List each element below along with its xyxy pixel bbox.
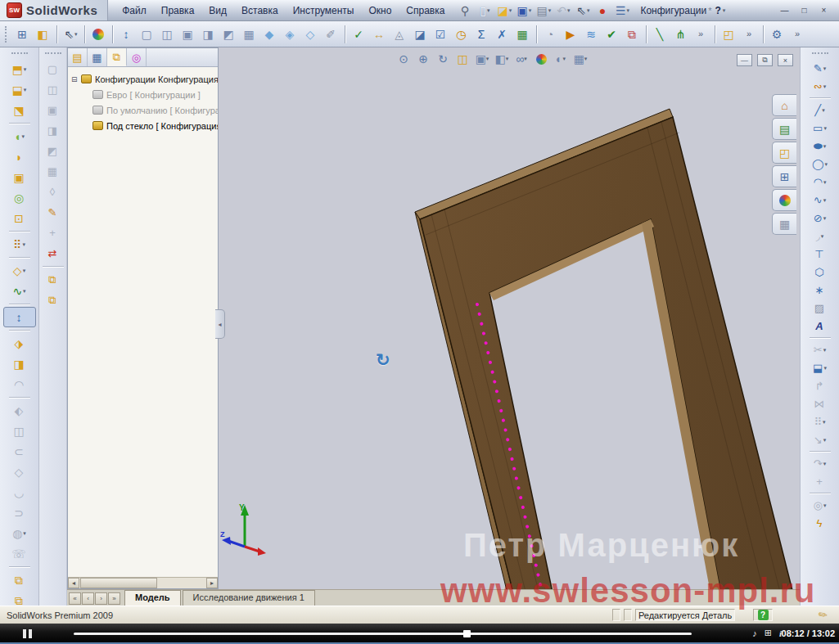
- update-icon[interactable]: ⇄: [42, 243, 65, 263]
- hide-show-items-icon[interactable]: ∞▾: [512, 51, 531, 67]
- parting-line-icon[interactable]: ⬖: [3, 400, 36, 421]
- undo-icon[interactable]: ↶▾: [553, 2, 573, 19]
- screwdriver-icon[interactable]: ✐: [321, 25, 341, 44]
- edit-appearance-icon[interactable]: [531, 51, 551, 67]
- view-settings-icon[interactable]: ▦▾: [571, 51, 590, 67]
- tools-icon[interactable]: ⚙: [767, 25, 787, 44]
- mass-properties-icon[interactable]: ◬: [390, 25, 410, 44]
- search-icon[interactable]: ⚲: [455, 2, 475, 19]
- view-shadow-icon[interactable]: ◇: [300, 25, 321, 44]
- revolved-boss-icon[interactable]: ⬓▾: [3, 79, 36, 100]
- menu-edit[interactable]: Правка: [154, 2, 202, 19]
- render-ball-icon[interactable]: [88, 25, 109, 44]
- move-entities-icon[interactable]: ↘▾: [804, 430, 837, 448]
- close-button[interactable]: ×: [817, 4, 831, 16]
- task-scheduler-icon[interactable]: ✔: [602, 25, 622, 44]
- view-trimetric-icon[interactable]: ▦: [239, 25, 259, 44]
- shut-off-surface-icon[interactable]: ⊂: [3, 441, 36, 462]
- draft-analysis-icon[interactable]: ◠: [3, 374, 36, 394]
- point-icon[interactable]: ∗: [804, 281, 837, 299]
- file-explorer-icon[interactable]: ◰: [772, 142, 796, 164]
- section-properties-icon[interactable]: ◪: [410, 25, 431, 44]
- view-shaded-edges-icon[interactable]: ◆: [259, 25, 280, 44]
- rectangle-icon[interactable]: ▭▾: [804, 119, 837, 137]
- display-hidden-visible-icon[interactable]: ◫: [42, 79, 65, 100]
- help-dropdown-arrow[interactable]: ▾: [723, 7, 726, 14]
- display-shaded-icon[interactable]: ◩: [42, 141, 65, 161]
- trim-entities-icon[interactable]: ✂▾: [804, 340, 837, 358]
- circle-icon[interactable]: ◯▾: [804, 155, 837, 173]
- menu-tools[interactable]: Инструменты: [286, 2, 362, 19]
- scheme-icon[interactable]: ⧉: [42, 290, 65, 310]
- menu-file[interactable]: Файл: [115, 2, 154, 19]
- reference-axis-icon[interactable]: ╲: [650, 25, 670, 44]
- config-glass-row[interactable]: Под стекло [ Конфигурация ]: [71, 118, 218, 133]
- rotate-view-icon[interactable]: ↻: [433, 51, 453, 67]
- swept-boss-icon[interactable]: ⬔: [3, 100, 36, 120]
- tooling-split-icon[interactable]: ◇: [3, 462, 36, 482]
- display-wireframe-icon[interactable]: ▢: [42, 59, 65, 79]
- panel-horizontal-scrollbar[interactable]: ◂ ▸: [68, 577, 218, 588]
- configurations-tab[interactable]: ⧉: [107, 48, 127, 66]
- arc-icon[interactable]: ◠▾: [804, 173, 837, 191]
- menu-view[interactable]: Вид: [201, 2, 234, 19]
- new-document-icon[interactable]: ▯▾: [475, 2, 494, 19]
- measure-icon[interactable]: ↔: [369, 25, 390, 44]
- first-tab-button[interactable]: «: [69, 592, 81, 605]
- core-icon[interactable]: ◡: [3, 482, 36, 502]
- features-tab[interactable]: ▤: [68, 48, 88, 66]
- viewport-restore-button[interactable]: ⧉: [757, 54, 773, 66]
- spline-icon[interactable]: ∿▾: [804, 191, 837, 209]
- section-view-icon[interactable]: ◫: [453, 51, 472, 67]
- display-manager-tab[interactable]: ◎: [127, 48, 147, 66]
- add-relation-icon[interactable]: +: [804, 472, 837, 490]
- linear-pattern-icon[interactable]: ⠿▾: [3, 234, 36, 254]
- freeform-icon[interactable]: ◨: [3, 354, 36, 374]
- quick-tips-button[interactable]: ?: [753, 609, 773, 621]
- player-progress-handle[interactable]: [463, 630, 471, 637]
- sketch-fillet-icon[interactable]: ◞▾: [804, 227, 837, 245]
- instant3d-button[interactable]: ↕: [3, 307, 36, 327]
- coordinate-system-icon[interactable]: ⋔: [670, 25, 691, 44]
- viewport-minimize-button[interactable]: —: [737, 54, 752, 66]
- select-arrow-icon[interactable]: ⇖▾: [61, 25, 81, 44]
- help-button[interactable]: ?: [715, 5, 720, 16]
- quick-snaps-icon[interactable]: ϟ: [804, 514, 837, 532]
- display-style-icon[interactable]: ◧▾: [492, 51, 512, 67]
- mold-tools-icon[interactable]: ☏: [3, 543, 36, 564]
- tag-icon[interactable]: ✎: [816, 607, 831, 623]
- print-icon[interactable]: ▤▾: [534, 2, 553, 19]
- motion-study-tab[interactable]: Исследование движения 1: [183, 590, 315, 606]
- motion-manager-icon[interactable]: ▶: [561, 25, 581, 44]
- hole-wizard-icon[interactable]: ⊡: [3, 208, 36, 228]
- tile-windows-icon[interactable]: ⊞: [12, 25, 33, 44]
- curves-icon[interactable]: ∿▾: [3, 281, 36, 301]
- sheet-metal-icon[interactable]: ⬗: [3, 333, 36, 354]
- layout-icon[interactable]: ⧉: [42, 269, 65, 290]
- more-tools-chevron[interactable]: »: [691, 25, 711, 44]
- modify-sketch-icon[interactable]: ↷▾: [804, 454, 837, 472]
- toolbar-grip[interactable]: [5, 26, 8, 43]
- more-surfaces-chevron[interactable]: »: [739, 25, 760, 44]
- zoom-fit-icon[interactable]: ⊙: [394, 51, 413, 67]
- config-root-row[interactable]: ⊟Конфигурации Конфигурация: [71, 71, 218, 87]
- surfaces-icon[interactable]: ◰: [719, 25, 739, 44]
- display-shaded-edges-icon[interactable]: ◨: [42, 120, 65, 141]
- offset-entities-icon[interactable]: ↱: [804, 376, 837, 394]
- part-preview-icon[interactable]: ◧: [33, 25, 53, 44]
- extruded-boss-icon[interactable]: ⬒▾: [3, 59, 36, 79]
- equations-icon[interactable]: Σ: [471, 25, 492, 44]
- design-table-icon[interactable]: ▦: [512, 25, 533, 44]
- last-tab-button[interactable]: »: [108, 592, 120, 605]
- compare-documents-icon[interactable]: ⧉: [622, 25, 643, 44]
- open-document-icon[interactable]: ◪▾: [494, 2, 514, 19]
- ruled-surface-icon[interactable]: ⊃: [3, 502, 36, 523]
- maximize-button[interactable]: □: [797, 4, 811, 16]
- view-hidden-lines-removed-icon[interactable]: ▣: [178, 25, 198, 44]
- home-icon[interactable]: ⌂: [772, 94, 796, 116]
- text-icon[interactable]: A: [804, 317, 837, 335]
- assembly-visualization-icon[interactable]: ◔: [540, 25, 561, 44]
- check-document-icon[interactable]: ☑: [431, 25, 451, 44]
- appearances-icon[interactable]: [772, 189, 796, 211]
- prev-tab-button[interactable]: ‹: [82, 592, 94, 605]
